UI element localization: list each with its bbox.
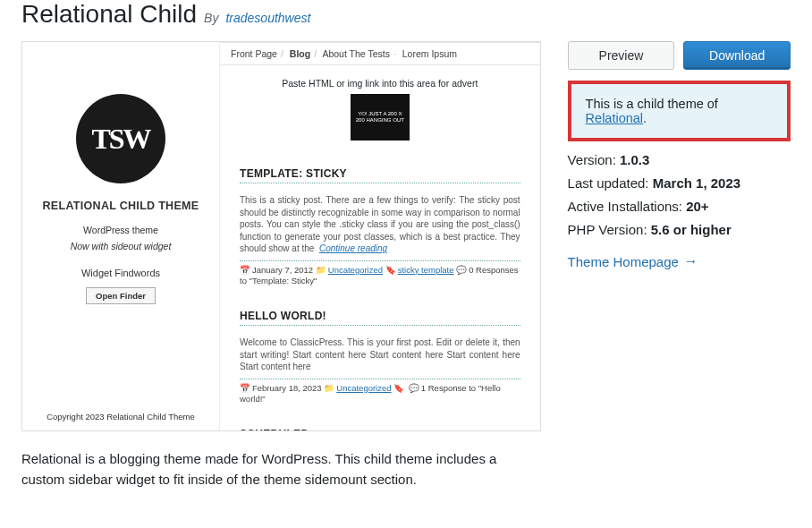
theme-meta-panel: Preview Download This is a child theme o… [568,41,791,269]
download-button[interactable]: Download [683,41,791,70]
screenshot-sidebar: TSW RELATIONAL CHILD THEME WordPress the… [22,42,219,430]
child-theme-notice: This is a child theme of Relational. [568,81,791,141]
theme-description: Relational is a blogging theme made for … [21,449,540,490]
screenshot-widget-title: Widget Findwords [31,268,210,278]
screenshot-tagline: Now with sideout widget [31,241,210,251]
screenshot-open-finder-button: Open Finder [86,287,156,304]
author-link[interactable]: tradesouthwest [225,11,310,25]
screenshot-ad-area: Paste HTML or img link into this area fo… [220,65,540,160]
theme-homepage-link[interactable]: Theme Homepage→ [568,253,698,269]
by-label: By [204,11,218,25]
parent-theme-link[interactable]: Relational [586,111,644,125]
version-line: Version: 1.0.3 [568,152,791,167]
theme-screenshot[interactable]: TSW RELATIONAL CHILD THEME WordPress the… [21,41,541,431]
screenshot-theme-title: RELATIONAL CHILD THEME [31,200,210,212]
screenshot-post-scheduled: SCHEDULED [220,421,540,431]
screenshot-logo: TSW [76,94,165,183]
screenshot-subtitle: WordPress theme [31,225,210,235]
screenshot-footer: Copyright 2023 Relational Child Theme [22,412,219,422]
screenshot-main: Front Page/ Blog/ About The Tests· Lorem… [219,42,540,430]
preview-button[interactable]: Preview [568,41,675,70]
theme-title: Relational Child By tradesouthwest [21,0,791,29]
php-line: PHP Version: 5.6 or higher [568,222,791,237]
installs-line: Active Installations: 20+ [568,199,791,214]
title-text: Relational Child [21,0,197,29]
screenshot-post-hello: HELLO WORLD! Welcome to ClassicPress. Th… [220,302,540,421]
screenshot-post-sticky: TEMPLATE: STICKY This is a sticky post. … [220,160,540,302]
arrow-right-icon: → [684,253,698,269]
screenshot-nav: Front Page/ Blog/ About The Tests· Lorem… [220,42,540,65]
updated-line: Last updated: March 1, 2023 [568,175,791,191]
screenshot-ad-box: YO! JUST A 200 X 200 HANGING OUT [351,94,410,141]
